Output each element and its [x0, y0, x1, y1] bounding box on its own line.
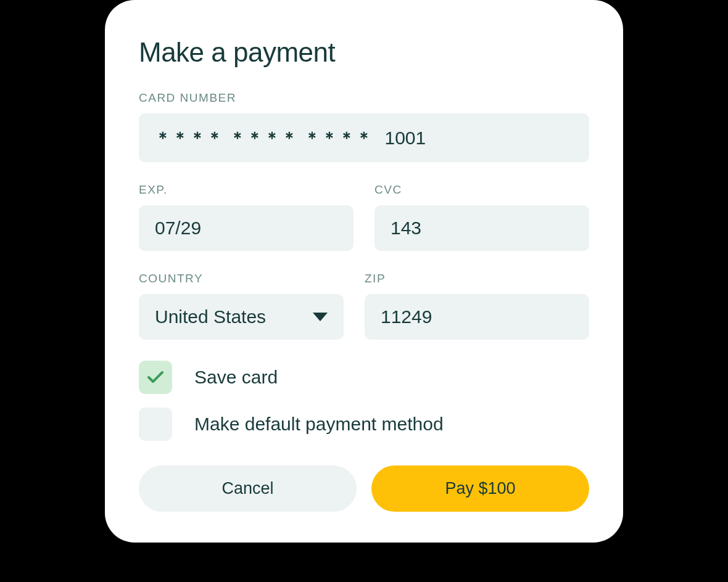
make-default-checkbox[interactable]	[139, 408, 172, 441]
save-card-checkbox[interactable]	[139, 361, 172, 394]
cvc-label: CVC	[374, 183, 589, 197]
chevron-down-icon	[313, 313, 328, 321]
pay-button[interactable]: Pay $100	[371, 465, 589, 512]
make-default-label: Make default payment method	[194, 414, 444, 435]
payment-card: Make a payment CARD NUMBER ＊＊＊＊ ＊＊＊＊ ＊＊＊…	[105, 0, 623, 543]
exp-input[interactable]	[139, 205, 354, 251]
page-title: Make a payment	[139, 37, 589, 68]
cancel-button[interactable]: Cancel	[139, 465, 357, 512]
country-select[interactable]: United States	[139, 294, 344, 340]
country-value: United States	[155, 306, 266, 327]
cvc-input[interactable]	[374, 205, 589, 251]
country-label: COUNTRY	[139, 272, 344, 285]
exp-label: EXP.	[139, 183, 354, 197]
card-number-last-digits: 1001	[384, 128, 426, 149]
card-number-input[interactable]: ＊＊＊＊ ＊＊＊＊ ＊＊＊＊ 1001	[139, 113, 589, 162]
save-card-label: Save card	[194, 367, 278, 388]
zip-input[interactable]	[365, 294, 589, 340]
card-number-label: CARD NUMBER	[139, 91, 589, 105]
card-number-masked: ＊＊＊＊ ＊＊＊＊ ＊＊＊＊	[155, 127, 373, 149]
checkmark-icon	[147, 371, 164, 384]
zip-label: ZIP	[365, 272, 589, 285]
